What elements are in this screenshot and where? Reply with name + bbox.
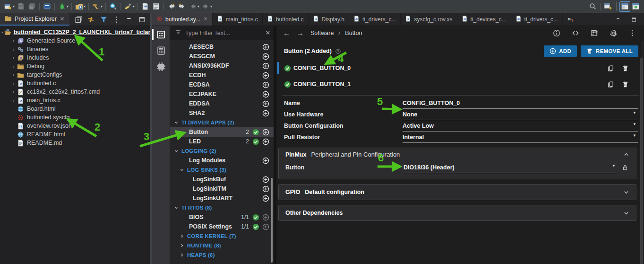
tree-expand-chevron[interactable] bbox=[2, 29, 4, 35]
toolbar-item[interactable] bbox=[600, 3, 601, 10]
dropdown-caret-icon[interactable]: ▾ bbox=[101, 4, 103, 9]
duplicate-icon[interactable] bbox=[607, 81, 614, 88]
module-row[interactable]: LogSinkBuf bbox=[170, 175, 274, 184]
nav-back-icon[interactable] bbox=[188, 1, 198, 12]
category-chevron-icon[interactable] bbox=[174, 120, 181, 125]
tree-expand-chevron[interactable] bbox=[10, 63, 17, 69]
add-module-icon[interactable] bbox=[262, 195, 269, 202]
history-forward-icon[interactable]: → bbox=[297, 29, 304, 37]
filter-funnel-icon[interactable] bbox=[99, 14, 108, 25]
category-chevron-icon[interactable] bbox=[174, 205, 181, 210]
tree-expand-chevron[interactable] bbox=[10, 38, 17, 44]
nav-back-gold-icon[interactable] bbox=[166, 1, 177, 12]
close-icon[interactable] bbox=[60, 15, 65, 23]
category-chevron-icon[interactable] bbox=[180, 243, 187, 248]
tree-expand-chevron[interactable] bbox=[10, 89, 17, 95]
tree-item[interactable]: README.md bbox=[0, 139, 150, 147]
link-editor-icon[interactable] bbox=[86, 14, 95, 25]
doc-forward-icon[interactable] bbox=[140, 1, 151, 12]
view-device-icon[interactable] bbox=[156, 62, 166, 71]
module-row[interactable]: ECJPAKE bbox=[170, 89, 274, 99]
module-row[interactable]: TI RTOS (8) bbox=[170, 203, 274, 212]
editor-tab[interactable]: .c buttonled.c bbox=[263, 13, 309, 26]
editor-tab[interactable]: .c syscfg_c.rov.xs bbox=[401, 13, 457, 26]
expand-chevron-icon[interactable] bbox=[623, 189, 629, 195]
module-row[interactable]: SHA2 bbox=[170, 108, 274, 118]
add-module-icon[interactable] bbox=[262, 223, 269, 230]
module-filter-input[interactable] bbox=[185, 30, 261, 36]
module-row[interactable]: EDDSA bbox=[170, 99, 274, 108]
module-row[interactable]: CORE KERNEL (7) bbox=[170, 231, 274, 241]
save-icon[interactable] bbox=[16, 1, 26, 12]
minimize-icon[interactable] bbox=[125, 14, 133, 25]
toolbar-item[interactable] bbox=[88, 3, 89, 10]
module-row[interactable]: LOG SINKS (3) bbox=[170, 165, 274, 175]
editor-tab[interactable]: .c main_tirtos.c bbox=[213, 13, 263, 26]
persp-debug-icon[interactable] bbox=[630, 1, 641, 12]
persp-edit-icon[interactable] bbox=[619, 1, 630, 12]
tree-item[interactable]: cc13x2_cc26x2_tirtos7.cmd bbox=[0, 88, 150, 96]
info-icon[interactable] bbox=[551, 28, 562, 38]
pinmux-pin-select[interactable]: DIO18/36 (Header) ▼ bbox=[404, 162, 618, 173]
help-icon[interactable]: ? bbox=[335, 48, 341, 54]
load-program-icon[interactable] bbox=[74, 1, 85, 12]
kebab-icon[interactable] bbox=[112, 14, 120, 25]
add-module-icon[interactable] bbox=[262, 72, 269, 79]
new-wizard-icon[interactable] bbox=[3, 1, 14, 12]
module-row[interactable]: LogSinkITM bbox=[170, 184, 274, 194]
collapse-all-icon[interactable] bbox=[74, 14, 82, 25]
module-row[interactable]: ECDH bbox=[170, 70, 274, 80]
tree-item[interactable]: README.html bbox=[0, 130, 150, 139]
config-instance-row[interactable]: CONFIG_BUTTON_1 bbox=[276, 77, 639, 91]
category-chevron-icon[interactable] bbox=[180, 234, 187, 238]
add-module-icon[interactable] bbox=[262, 185, 269, 193]
config-scrollbar[interactable] bbox=[641, 41, 644, 263]
toolbar-item[interactable] bbox=[616, 2, 617, 11]
toolbar-item[interactable] bbox=[39, 3, 40, 10]
view-software-icon[interactable] bbox=[156, 30, 166, 39]
pen-icon[interactable] bbox=[123, 1, 134, 12]
tree-item[interactable]: targetConfigs bbox=[0, 70, 150, 79]
magnifier-icon[interactable] bbox=[587, 1, 598, 12]
section-header[interactable]: Other Dependencies bbox=[279, 205, 636, 220]
tree-item[interactable]: h Includes bbox=[0, 53, 150, 62]
code-icon[interactable] bbox=[570, 28, 581, 38]
add-module-icon[interactable] bbox=[262, 44, 269, 51]
module-row[interactable]: BIOS 1/1 bbox=[170, 212, 274, 222]
board-icon[interactable] bbox=[589, 28, 600, 38]
module-list-scrollbar[interactable] bbox=[271, 178, 273, 263]
add-module-icon[interactable] bbox=[262, 62, 269, 70]
remove-all-button[interactable]: REMOVE ALL bbox=[581, 45, 638, 57]
module-row[interactable]: LOGGING (2) bbox=[170, 146, 274, 156]
toolbar-item[interactable] bbox=[137, 3, 138, 10]
module-row[interactable]: AESECB bbox=[170, 42, 274, 52]
field-value[interactable]: CONFIG_BUTTON_0 bbox=[403, 97, 638, 109]
delete-icon[interactable] bbox=[622, 65, 629, 72]
dropdown-caret-icon[interactable]: ▾ bbox=[133, 4, 135, 9]
breadcrumb-button[interactable]: Button bbox=[345, 30, 362, 36]
module-row[interactable]: AESGCM bbox=[170, 52, 274, 61]
tree-item[interactable]: {} overview.rov.json bbox=[0, 122, 150, 130]
add-module-icon[interactable] bbox=[262, 110, 269, 117]
console-icon[interactable] bbox=[42, 1, 52, 12]
editor-tab[interactable]: buttonled.sy... bbox=[152, 13, 213, 26]
hidden-tabs-chevron[interactable]: »1 bbox=[563, 13, 576, 26]
editor-tab[interactable]: .c ti_drivers_c... bbox=[511, 13, 563, 26]
module-row[interactable]: ECDSA bbox=[170, 80, 274, 89]
tree-item[interactable]: Debug bbox=[0, 62, 150, 70]
view-board-icon[interactable] bbox=[156, 46, 166, 55]
toolbar-item[interactable] bbox=[163, 3, 164, 10]
add-module-icon[interactable] bbox=[262, 138, 269, 145]
category-chevron-icon[interactable] bbox=[180, 167, 187, 172]
breadcrumb-software[interactable]: Software bbox=[310, 30, 334, 36]
add-module-icon[interactable] bbox=[262, 100, 269, 107]
dropdown-caret-icon[interactable]: ▾ bbox=[67, 4, 69, 9]
tree-item[interactable]: Binaries bbox=[0, 45, 150, 53]
module-row[interactable]: TI DRIVER APPS (2) bbox=[170, 118, 274, 127]
field-value[interactable]: Active Low ▼ bbox=[403, 120, 638, 132]
module-row[interactable]: Log Modules bbox=[170, 156, 274, 165]
category-chevron-icon[interactable] bbox=[174, 149, 181, 153]
delete-icon[interactable] bbox=[622, 81, 629, 88]
field-value[interactable]: None ▼ bbox=[403, 109, 638, 120]
tree-item[interactable]: buttonled_CC1352P_2_LAUNCHXL_tirtos7_tic… bbox=[0, 28, 150, 36]
